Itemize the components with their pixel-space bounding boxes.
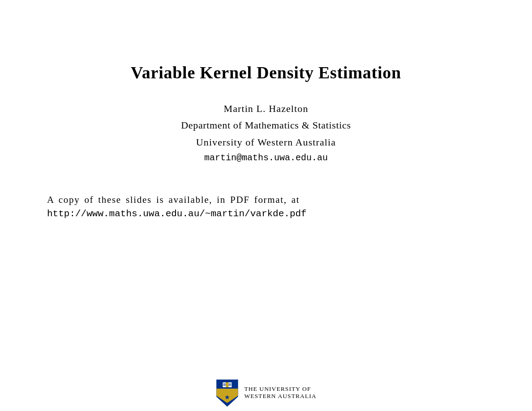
svg-rect-3	[226, 382, 228, 387]
uwa-name-block: The University of Western Australia	[244, 385, 316, 400]
page: Variable Kernel Density Estimation Marti…	[0, 0, 532, 411]
main-content: Variable Kernel Density Estimation Marti…	[0, 63, 532, 219]
author-name: Martin L. Hazelton	[181, 100, 351, 117]
author-block: Martin L. Hazelton Department of Mathema…	[181, 100, 351, 166]
uwa-name-line1: The University of	[244, 385, 316, 393]
availability-text: A copy of these slides is available, in …	[47, 194, 300, 205]
author-university: University of Western Australia	[181, 134, 351, 150]
svg-text:★: ★	[224, 394, 230, 401]
author-department: Department of Mathematics & Statistics	[181, 117, 351, 133]
uwa-logo-icon: ★	[215, 379, 239, 407]
uwa-name-line2: Western Australia	[244, 393, 316, 400]
availability-block: A copy of these slides is available, in …	[47, 193, 485, 219]
availability-url: http://www.maths.uwa.edu.au/~martin/vark…	[47, 209, 485, 219]
footer: ★ The University of Western Australia	[215, 379, 316, 407]
page-title: Variable Kernel Density Estimation	[131, 63, 401, 82]
author-email: martin@maths.uwa.edu.au	[181, 150, 351, 166]
